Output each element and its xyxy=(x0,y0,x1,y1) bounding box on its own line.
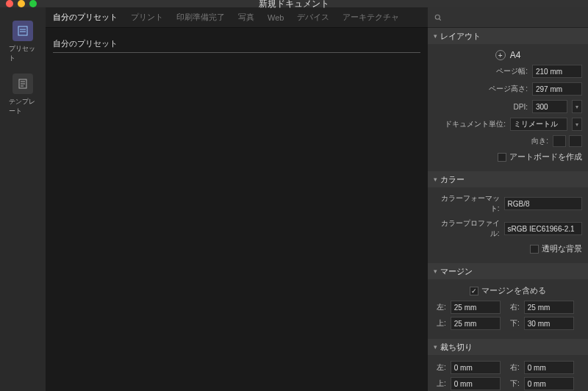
bleed-top-field[interactable]: 0 mm xyxy=(451,377,501,390)
plus-icon: + xyxy=(495,50,506,60)
sidebar-item-presets[interactable]: プリセット xyxy=(9,21,37,63)
window-controls xyxy=(6,0,37,7)
group-bleed-header[interactable]: 裁ち切り xyxy=(428,339,588,355)
color-format-select[interactable]: RGB/8 xyxy=(504,197,582,210)
group-color-header[interactable]: カラー xyxy=(428,171,588,187)
unit-dropdown[interactable] xyxy=(572,118,582,131)
bleed-bottom-field[interactable]: 0 mm xyxy=(524,377,574,390)
bleed-left-field[interactable]: 0 mm xyxy=(451,361,501,374)
new-document-window: 新規ドキュメント プリセット テンプレート 自分のプリセット プリント 印刷準備… xyxy=(0,0,588,391)
tab-my-presets[interactable]: 自分のプリセット xyxy=(53,12,118,23)
main-area: 自分のプリセット プリント 印刷準備完了 写真 Web デバイス アーキテクチャ… xyxy=(46,7,428,391)
section-heading: 自分のプリセット xyxy=(53,38,420,53)
search-bar[interactable] xyxy=(428,7,588,28)
left-sidebar: プリセット テンプレート xyxy=(0,7,46,391)
preset-add-row[interactable]: + A4 xyxy=(434,50,582,60)
svg-rect-0 xyxy=(18,26,27,35)
category-tabs: 自分のプリセット プリント 印刷準備完了 写真 Web デバイス アーキテクチャ xyxy=(46,7,428,28)
sidebar-item-templates[interactable]: テンプレート xyxy=(9,73,37,116)
color-profile-select[interactable]: sRGB IEC61966-2.1 xyxy=(504,222,582,235)
titlebar: 新規ドキュメント xyxy=(0,0,588,7)
preset-name: A4 xyxy=(510,50,521,60)
bleed-right-field[interactable]: 0 mm xyxy=(524,361,574,374)
window-title: 新規ドキュメント xyxy=(259,0,329,10)
unit-select[interactable]: ミリメートル xyxy=(510,118,567,131)
properties-panel: レイアウト + A4 ページ幅:210 mm ページ高さ:297 mm DPI:… xyxy=(428,7,588,391)
zoom-icon[interactable] xyxy=(29,0,37,7)
tab-web[interactable]: Web xyxy=(268,13,284,22)
page-height-field[interactable]: 297 mm xyxy=(532,82,582,96)
minimize-icon[interactable] xyxy=(18,0,25,7)
margin-top-field[interactable]: 25 mm xyxy=(451,317,501,330)
page-width-field[interactable]: 210 mm xyxy=(532,65,582,78)
include-margin-checkbox[interactable]: ✓ xyxy=(470,287,478,295)
tab-print[interactable]: プリント xyxy=(131,12,163,23)
group-margin-header[interactable]: マージン xyxy=(428,263,588,279)
tab-photo[interactable]: 写真 xyxy=(238,12,254,23)
tab-press-ready[interactable]: 印刷準備完了 xyxy=(176,12,225,23)
transparent-checkbox[interactable] xyxy=(530,245,539,254)
template-icon xyxy=(17,78,29,90)
close-icon[interactable] xyxy=(6,0,13,7)
orientation-landscape[interactable] xyxy=(569,135,582,147)
margin-left-field[interactable]: 25 mm xyxy=(451,301,501,314)
group-layout-header[interactable]: レイアウト xyxy=(428,28,588,44)
tab-devices[interactable]: デバイス xyxy=(297,12,329,23)
svg-line-8 xyxy=(440,18,441,20)
artboard-checkbox[interactable] xyxy=(498,153,506,162)
preset-icon xyxy=(17,25,29,37)
dpi-dropdown[interactable] xyxy=(572,100,582,113)
svg-point-7 xyxy=(435,15,440,19)
search-icon xyxy=(434,13,442,22)
margin-right-field[interactable]: 25 mm xyxy=(524,301,574,314)
dpi-field[interactable]: 300 xyxy=(532,100,567,113)
orientation-portrait[interactable] xyxy=(553,135,566,147)
margin-bottom-field[interactable]: 30 mm xyxy=(524,317,574,330)
tab-architecture[interactable]: アーキテクチャ xyxy=(343,12,399,23)
